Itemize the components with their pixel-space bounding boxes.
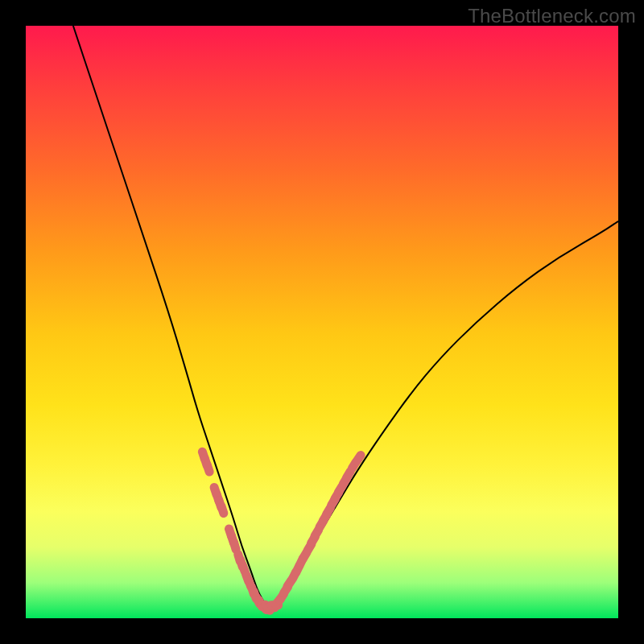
chart-frame: TheBottleneck.com — [0, 0, 644, 644]
watermark-label: TheBottleneck.com — [468, 5, 636, 27]
curve-layer — [26, 26, 618, 618]
plot-area — [26, 26, 618, 618]
bottleneck-curve — [73, 26, 618, 608]
marker-group — [196, 446, 366, 617]
